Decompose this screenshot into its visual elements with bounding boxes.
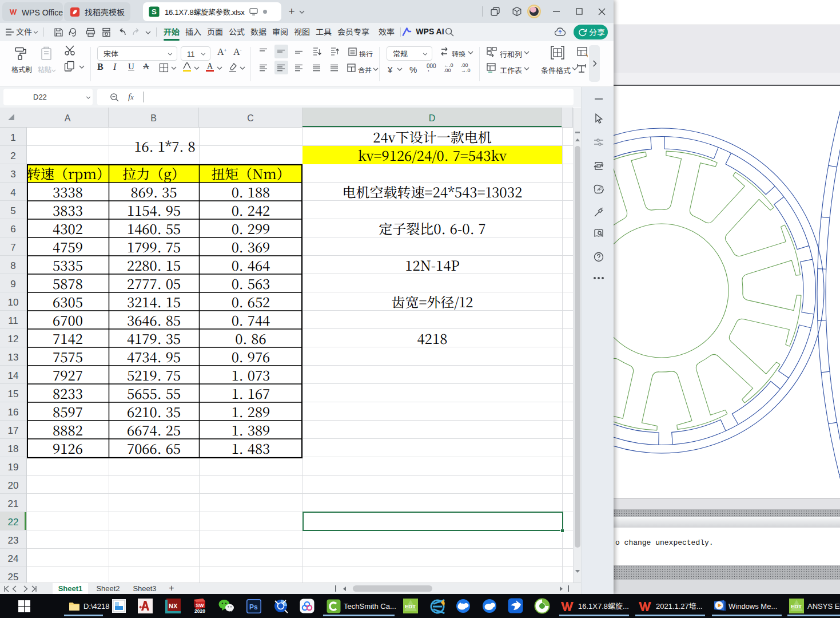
svg-text:EDT: EDT — [405, 603, 416, 609]
svg-text:NX: NX — [169, 603, 178, 609]
svg-text:Ps: Ps — [249, 603, 258, 611]
svg-text:2020: 2020 — [194, 608, 205, 613]
svg-text:EDT: EDT — [791, 603, 802, 609]
svg-text:SW: SW — [196, 603, 204, 608]
